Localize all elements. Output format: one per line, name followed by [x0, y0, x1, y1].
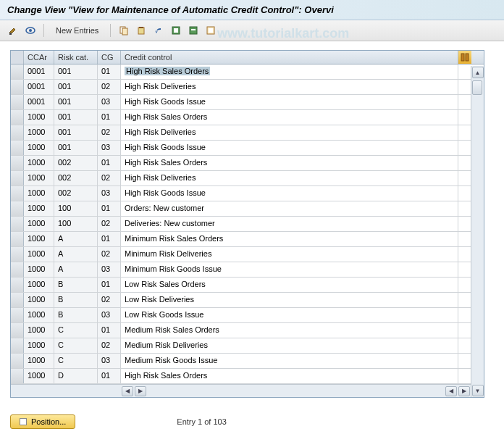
table-row[interactable]: 100000202High Risk Deliveries: [11, 171, 484, 186]
cell-risk[interactable]: A: [54, 262, 98, 277]
cell-ccar[interactable]: 1000: [24, 278, 54, 292]
cell-ccar[interactable]: 1000: [24, 247, 54, 262]
row-selector[interactable]: [11, 308, 24, 322]
cell-cg[interactable]: 01: [98, 110, 121, 125]
cell-ccar[interactable]: 1000: [24, 323, 54, 338]
cell-ccar[interactable]: 1000: [24, 201, 54, 216]
cell-credit-control[interactable]: High Risk Sales Orders: [121, 110, 458, 125]
cell-risk[interactable]: C: [54, 354, 98, 368]
table-row[interactable]: 100000203High Risk Goods Issue: [11, 186, 484, 201]
table-row[interactable]: 1000D01High Risk Sales Orders: [11, 369, 484, 384]
vertical-scrollbar[interactable]: ▲ ▼: [471, 66, 484, 397]
cell-cg[interactable]: 03: [98, 308, 121, 322]
row-selector[interactable]: [11, 171, 24, 185]
cell-credit-control[interactable]: High Risk Sales Orders: [121, 64, 458, 79]
cell-cg[interactable]: 02: [98, 217, 121, 231]
cell-ccar[interactable]: 1000: [24, 156, 54, 170]
configure-columns-icon[interactable]: [458, 51, 471, 64]
cell-ccar[interactable]: 1000: [24, 232, 54, 246]
cell-ccar[interactable]: 1000: [24, 293, 54, 307]
row-selector[interactable]: [11, 247, 24, 262]
cell-cg[interactable]: 01: [98, 201, 121, 216]
cell-credit-control[interactable]: Minimum Risk Deliveries: [121, 247, 458, 262]
cell-credit-control[interactable]: High Risk Sales Orders: [121, 156, 458, 170]
cell-credit-control[interactable]: High Risk Sales Orders: [121, 369, 458, 383]
cell-credit-control[interactable]: Medium Risk Deliveries: [121, 338, 458, 353]
toggle-display-change-icon[interactable]: [6, 23, 20, 38]
cell-risk[interactable]: C: [54, 323, 98, 338]
row-selector[interactable]: [11, 217, 24, 231]
cell-risk[interactable]: B: [54, 308, 98, 322]
cell-ccar[interactable]: 0001: [24, 95, 54, 109]
cell-credit-control[interactable]: Low Risk Sales Orders: [121, 278, 458, 292]
column-credit-control[interactable]: Credit control: [121, 51, 458, 64]
row-selector[interactable]: [11, 354, 24, 368]
cell-ccar[interactable]: 1000: [24, 141, 54, 155]
new-entries-button[interactable]: New Entries: [50, 25, 104, 36]
cell-credit-control[interactable]: Low Risk Deliveries: [121, 293, 458, 307]
undo-icon[interactable]: [151, 23, 166, 38]
cell-credit-control[interactable]: High Risk Deliveries: [121, 125, 458, 140]
column-cg[interactable]: CG: [98, 51, 121, 64]
cell-risk[interactable]: 001: [54, 141, 98, 155]
cell-ccar[interactable]: 1000: [24, 369, 54, 383]
table-row[interactable]: 100000201High Risk Sales Orders: [11, 156, 484, 171]
copy-icon[interactable]: [117, 23, 131, 38]
cell-ccar[interactable]: 1000: [24, 110, 54, 125]
cell-ccar[interactable]: 1000: [24, 354, 54, 368]
cell-ccar[interactable]: 0001: [24, 64, 54, 79]
hscroll-right-icon[interactable]: ▶: [135, 386, 146, 396]
row-selector[interactable]: [11, 156, 24, 170]
hscroll-left2-icon[interactable]: ◀: [445, 386, 457, 396]
cell-cg[interactable]: 02: [98, 80, 121, 94]
row-selector[interactable]: [11, 186, 24, 201]
cell-credit-control[interactable]: Minimum Risk Sales Orders: [121, 232, 458, 246]
table-row[interactable]: 1000A03Minimum Risk Goods Issue: [11, 262, 484, 278]
cell-risk[interactable]: 001: [54, 64, 98, 79]
row-selector[interactable]: [11, 64, 24, 79]
cell-risk[interactable]: 001: [54, 125, 98, 140]
cell-cg[interactable]: 01: [98, 64, 121, 79]
cell-cg[interactable]: 03: [98, 186, 121, 201]
cell-risk[interactable]: B: [54, 293, 98, 307]
deselect-all-icon[interactable]: [203, 23, 218, 38]
scroll-down-icon[interactable]: ▼: [472, 385, 484, 396]
cell-ccar[interactable]: 1000: [24, 171, 54, 185]
table-row[interactable]: 000100101High Risk Sales Orders: [11, 64, 484, 80]
row-selector[interactable]: [11, 293, 24, 307]
cell-risk[interactable]: D: [54, 369, 98, 383]
table-row[interactable]: 000100102High Risk Deliveries: [11, 80, 484, 95]
cell-ccar[interactable]: 1000: [24, 308, 54, 322]
cell-cg[interactable]: 01: [98, 369, 121, 383]
table-row[interactable]: 1000C01Medium Risk Sales Orders: [11, 323, 484, 338]
select-block-icon[interactable]: [186, 23, 201, 38]
row-selector[interactable]: [11, 201, 24, 216]
cell-credit-control[interactable]: High Risk Goods Issue: [121, 141, 458, 155]
cell-cg[interactable]: 01: [98, 323, 121, 338]
cell-cg[interactable]: 01: [98, 156, 121, 170]
cell-cg[interactable]: 03: [98, 262, 121, 277]
table-row[interactable]: 100000101High Risk Sales Orders: [11, 110, 484, 125]
cell-risk[interactable]: B: [54, 278, 98, 292]
cell-cg[interactable]: 01: [98, 232, 121, 246]
cell-cg[interactable]: 01: [98, 278, 121, 292]
table-row[interactable]: 1000C03Medium Risk Goods Issue: [11, 354, 484, 369]
cell-credit-control[interactable]: Low Risk Goods Issue: [121, 308, 458, 322]
table-row[interactable]: 1000B01Low Risk Sales Orders: [11, 278, 484, 293]
table-row[interactable]: 1000B03Low Risk Goods Issue: [11, 308, 484, 323]
cell-ccar[interactable]: 1000: [24, 338, 54, 353]
cell-credit-control[interactable]: High Risk Goods Issue: [121, 95, 458, 109]
cell-risk[interactable]: 002: [54, 186, 98, 201]
cell-cg[interactable]: 02: [98, 125, 121, 140]
cell-risk[interactable]: 100: [54, 217, 98, 231]
position-button[interactable]: Position...: [10, 414, 75, 429]
cell-risk[interactable]: A: [54, 247, 98, 262]
cell-cg[interactable]: 03: [98, 354, 121, 368]
table-row[interactable]: 100000103High Risk Goods Issue: [11, 141, 484, 156]
table-row[interactable]: 100000102High Risk Deliveries: [11, 125, 484, 141]
cell-cg[interactable]: 02: [98, 338, 121, 353]
other-view-icon[interactable]: [23, 23, 38, 38]
scroll-up-icon[interactable]: ▲: [472, 67, 484, 78]
cell-cg[interactable]: 03: [98, 141, 121, 155]
cell-ccar[interactable]: 0001: [24, 80, 54, 94]
